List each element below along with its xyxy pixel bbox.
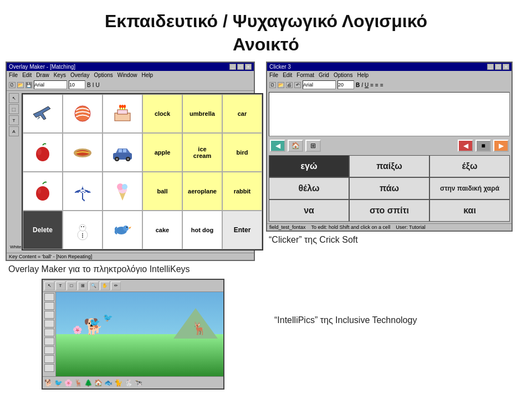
menu-help[interactable]: Help [141, 72, 153, 78]
ip-tool-hand[interactable]: ✋ [100, 282, 110, 290]
cell-label-bird[interactable]: bird [222, 133, 262, 172]
ip-side-1[interactable] [44, 293, 54, 301]
clicker-cell-ego[interactable]: εγώ [269, 155, 349, 177]
nav-btn-grid[interactable]: ⊞ [305, 140, 321, 152]
cell-enter[interactable]: Enter [222, 211, 262, 249]
overlay-window-controls[interactable]: _ □ × [229, 64, 252, 70]
ip-side-7[interactable] [44, 346, 54, 354]
toolbar-save[interactable]: 💾 [25, 82, 32, 88]
cell-label-aeroplane[interactable]: aeroplane [182, 172, 222, 211]
tool-text[interactable]: T [9, 115, 19, 125]
cell-icon-hotdog[interactable] [63, 133, 103, 172]
cell-label-icecream[interactable]: icecream [182, 133, 222, 172]
menu-overlay[interactable]: Overlay [70, 72, 89, 78]
nav-btn-home[interactable]: 🏠 [288, 140, 303, 152]
cell-icon-car[interactable] [103, 133, 142, 172]
ip-side-5[interactable] [44, 329, 54, 336]
clicker-size-input[interactable] [337, 80, 354, 89]
font-input[interactable] [34, 80, 67, 89]
cell-label-apple[interactable]: apple [142, 133, 182, 172]
cell-label-hotdog[interactable]: hot dog [182, 211, 222, 249]
clicker-menu-format[interactable]: Format [296, 72, 314, 78]
ip-tool-shape[interactable]: □ [66, 282, 76, 290]
cell-icon-bird[interactable] [103, 211, 142, 249]
cell-icon-ball[interactable] [63, 94, 103, 133]
clicker-tool-undo[interactable]: ↶ [294, 82, 301, 88]
ip-icon-8[interactable]: 🐈 [114, 379, 122, 387]
toolbar-new[interactable]: 🗋 [9, 82, 16, 88]
ip-icon-5[interactable]: 🌲 [84, 379, 93, 387]
clicker-maximize[interactable]: □ [495, 64, 502, 70]
clicker-cell-na[interactable]: να [269, 200, 349, 222]
ip-side-8[interactable] [44, 355, 54, 363]
ip-side-4[interactable] [44, 320, 54, 328]
menu-window[interactable]: Window [117, 72, 137, 78]
clicker-menu-edit[interactable]: Edit [283, 72, 292, 78]
clicker-cell-pao[interactable]: πάω [349, 177, 429, 200]
cell-label-car[interactable]: car [222, 94, 262, 133]
cell-label-ball[interactable]: ball [142, 172, 182, 211]
clicker-menu-help[interactable]: Help [357, 72, 369, 78]
clicker-cell-exo[interactable]: έξω [429, 155, 510, 177]
tool-select[interactable]: ⬚ [9, 104, 19, 114]
cell-label-clock[interactable]: clock [142, 94, 182, 133]
ip-icon-6[interactable]: 🏠 [94, 379, 103, 387]
cell-label-rabbit[interactable]: rabbit [222, 172, 262, 211]
clicker-font-input[interactable] [303, 80, 336, 89]
nav-btn-forward[interactable]: ▶ [493, 140, 509, 152]
nav-btn-arrow-left[interactable]: ◀ [458, 140, 473, 152]
ip-icon-1[interactable]: 🐕 [44, 379, 53, 387]
ip-icon-10[interactable]: 🐄 [134, 379, 142, 387]
ip-icon-4[interactable]: 🦌 [74, 379, 83, 387]
clicker-cell-kai[interactable]: και [429, 200, 510, 222]
clicker-cell-sto[interactable]: στο σπίτι [349, 200, 429, 222]
clicker-cell-stin[interactable]: στην παιδική χαρά [429, 177, 510, 200]
minimize-btn[interactable]: _ [229, 64, 236, 70]
ip-tool-select[interactable]: ⊞ [78, 282, 88, 290]
ip-tool-text[interactable]: T [55, 282, 65, 290]
cell-icon-aeroplane[interactable] [23, 94, 63, 133]
ip-side-3[interactable] [44, 311, 54, 319]
close-btn[interactable]: × [245, 64, 252, 70]
ip-tool-cursor[interactable]: ↖ [44, 282, 54, 290]
menu-draw[interactable]: Draw [36, 72, 49, 78]
tool-a[interactable]: A [9, 126, 19, 136]
cell-delete[interactable]: Delete [23, 211, 63, 249]
clicker-menu-file[interactable]: File [269, 72, 278, 78]
cell-icon-snowman[interactable] [63, 211, 103, 249]
menu-options[interactable]: Options [94, 72, 112, 78]
cell-icon-icecream[interactable] [103, 172, 142, 211]
ip-icon-9[interactable]: 🐇 [124, 379, 132, 387]
clicker-tool-print[interactable]: 🖨 [286, 82, 293, 88]
tool-arrow[interactable]: ↖ [9, 93, 19, 103]
cell-icon-umbrella[interactable] [63, 172, 103, 211]
ip-side-2[interactable] [44, 302, 54, 310]
cell-icon-apple[interactable] [23, 133, 63, 172]
menu-edit[interactable]: Edit [22, 72, 32, 78]
cell-icon-apple2[interactable] [23, 172, 63, 211]
clicker-cell-thelo[interactable]: θέλω [269, 177, 349, 200]
ip-tool-pen[interactable]: ✏ [111, 282, 121, 290]
cell-label-cake[interactable]: cake [142, 211, 182, 249]
ip-icon-7[interactable]: 🐟 [104, 379, 112, 387]
nav-btn-back[interactable]: ◀ [270, 140, 285, 152]
ip-side-6[interactable] [44, 337, 54, 345]
clicker-window-controls[interactable]: _ □ × [487, 64, 509, 70]
ip-icon-2[interactable]: 🐦 [54, 379, 63, 387]
ip-side-9[interactable] [44, 364, 54, 372]
cell-icon-cake[interactable] [103, 94, 142, 133]
clicker-text-area[interactable] [269, 92, 510, 136]
clicker-minimize[interactable]: _ [487, 64, 494, 70]
clicker-menu-options[interactable]: Options [334, 72, 352, 78]
clicker-tool-open[interactable]: 📂 [278, 82, 284, 88]
toolbar-open[interactable]: 📂 [17, 82, 24, 88]
menu-file[interactable]: File [9, 72, 18, 78]
clicker-tool-new[interactable]: 🗋 [269, 82, 276, 88]
size-input[interactable] [69, 80, 85, 89]
clicker-close[interactable]: × [503, 64, 509, 70]
cell-label-umbrella[interactable]: umbrella [182, 94, 222, 133]
ip-icon-3[interactable]: 🌸 [64, 379, 73, 387]
maximize-btn[interactable]: □ [237, 64, 244, 70]
nav-btn-stop[interactable]: ■ [475, 140, 491, 152]
menu-keys[interactable]: Keys [54, 72, 66, 78]
